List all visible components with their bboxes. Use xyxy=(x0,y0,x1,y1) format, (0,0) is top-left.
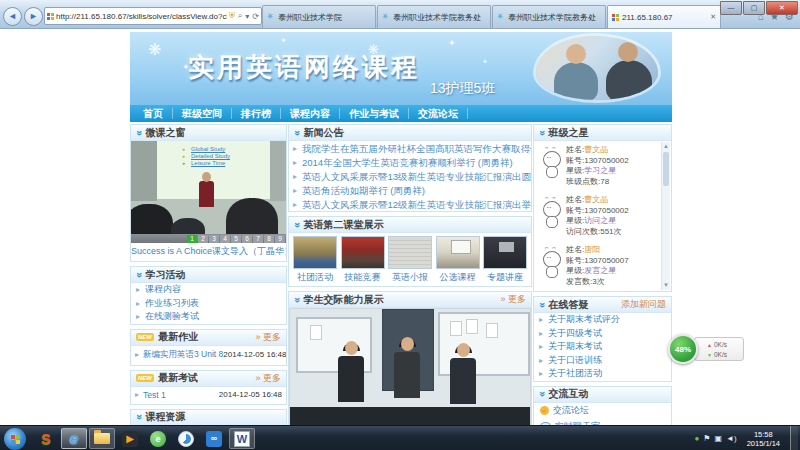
scroll-down-icon[interactable]: ▼ xyxy=(662,281,670,290)
thumb-skills-competition[interactable]: 技能竞赛 xyxy=(341,236,385,284)
clock[interactable]: 15:58 2015/1/14 xyxy=(741,430,786,448)
search-icon[interactable]: ⌕ xyxy=(238,11,242,21)
taskbar-explorer-icon[interactable] xyxy=(89,428,115,449)
site-banner: ❋ ✦ ✦ ❋ ✦ ✦ 实用英语网络课程 13护理5班 xyxy=(130,32,672,105)
page-number[interactable]: 5 xyxy=(231,235,241,243)
news-link[interactable]: 英语人文风采展示暨13级新生英语专业技能汇报演出圆满落幕 (周勇祥) xyxy=(289,169,531,183)
section-title: 在线答疑 xyxy=(549,298,589,312)
dropdown-icon[interactable]: ▾ xyxy=(245,12,249,21)
tray-360-icon[interactable]: ● xyxy=(694,434,699,443)
scroll-up-icon[interactable]: ▲ xyxy=(662,142,670,151)
action-center-flag-icon[interactable]: ⚑ xyxy=(703,434,710,443)
exam-link[interactable]: Test 1 xyxy=(143,390,166,400)
url-text[interactable]: http://211.65.180.67/skills/solver/class… xyxy=(56,12,227,21)
memory-ball[interactable]: 48% xyxy=(668,334,698,364)
student-name[interactable]: 唐阳 xyxy=(584,245,600,254)
news-link[interactable]: 我院学生在第五届外研社杯全国高职英语写作大赛取得佳绩 (周勇祥) xyxy=(289,141,531,155)
question-link[interactable]: 关于社团活动 xyxy=(534,367,671,381)
activity-link[interactable]: 在线测验考试 xyxy=(131,310,286,324)
browser-tab[interactable]: ✳ 泰州职业技术学院 xyxy=(262,5,376,28)
thumb-english-paper[interactable]: 英语小报 xyxy=(388,236,432,284)
section-interaction: » 交流互动 交流论坛 实时聊天室 xyxy=(533,386,672,426)
more-link[interactable]: » 更多 xyxy=(255,331,281,344)
add-question-link[interactable]: 添加新问题 xyxy=(621,298,666,311)
chevron-down-icon: » xyxy=(134,130,144,136)
taskbar-word-icon[interactable]: W xyxy=(229,428,255,449)
tab-label: 211.65.180.67 xyxy=(622,13,707,22)
tab-label: 泰州职业技术学院教务处 xyxy=(393,12,486,23)
news-link[interactable]: 2014年全国大学生英语竞赛初赛顺利举行 (周勇祥) xyxy=(289,155,531,169)
time: 15:58 xyxy=(747,430,780,439)
question-link[interactable]: 关于期末考试评分 xyxy=(534,313,671,327)
thumb-elective-course[interactable]: 公选课程 xyxy=(436,236,480,284)
activity-link[interactable]: 课程内容 xyxy=(131,283,286,297)
thumb-club-activities[interactable]: 社团活动 xyxy=(293,236,337,284)
volume-icon[interactable]: ◄) xyxy=(726,434,737,443)
section-latest-homework: NEW 最新作业 » 更多 新编实用英语3 Unit 8 2014-12-05 … xyxy=(130,329,287,366)
page-number[interactable]: 1 xyxy=(187,235,197,243)
scrollbar[interactable]: ▲ ▼ xyxy=(661,142,670,290)
page-number[interactable]: 9 xyxy=(275,235,285,243)
address-bar[interactable]: http://211.65.180.67/skills/solver/class… xyxy=(44,7,262,25)
video-caption[interactable]: Success is A Choice课文导入（丁晶华） xyxy=(131,243,286,261)
thumb-lecture[interactable]: 专题讲座 xyxy=(483,236,527,284)
forward-button[interactable]: ► xyxy=(24,7,43,26)
page-number[interactable]: 3 xyxy=(209,235,219,243)
page-number[interactable]: 6 xyxy=(242,235,252,243)
nav-item[interactable]: 班级空间 xyxy=(173,108,232,119)
browser-tab[interactable]: ✳ 泰州职业技术学院教务处 xyxy=(377,5,491,28)
maximize-button[interactable]: ▢ xyxy=(743,1,765,15)
star-entry: 姓名:曹文晶 账号:1307050002 星级:学习之星 班级点数:78 xyxy=(534,141,662,191)
page-number[interactable]: 4 xyxy=(220,235,230,243)
network-speed-panel: 0K/s 0K/s xyxy=(694,337,744,361)
taskbar-ie-icon[interactable]: e xyxy=(61,428,87,449)
homework-link[interactable]: 新编实用英语3 Unit 8 xyxy=(143,349,223,361)
nav-item[interactable]: 排行榜 xyxy=(232,108,281,119)
taskbar-sogou-icon[interactable]: S xyxy=(33,428,59,449)
page-number[interactable]: 7 xyxy=(253,235,263,243)
taskbar-pp-icon[interactable]: ∞ xyxy=(201,428,227,449)
student-name[interactable]: 曹文晶 xyxy=(584,195,608,204)
taskbar-media-player-icon[interactable]: ▶ xyxy=(117,428,143,449)
section-news: » 新闻公告 我院学生在第五届外研社杯全国高职英语写作大赛取得佳绩 (周勇祥)2… xyxy=(288,124,532,212)
activity-link[interactable]: 作业练习列表 xyxy=(131,297,286,311)
communication-photo[interactable] xyxy=(289,308,531,425)
news-link[interactable]: 英语人文风采展示暨12级新生英语专业技能汇报演出举行 (周勇祥) xyxy=(289,197,531,211)
question-link[interactable]: 关于期末考试 xyxy=(534,340,671,354)
student-figure xyxy=(450,345,476,404)
browser-tab[interactable]: ✳ 泰州职业技术学院教务处 xyxy=(492,5,606,28)
news-link[interactable]: 英语角活动如期举行 (周勇祥) xyxy=(289,183,531,197)
thumbnail-image xyxy=(293,236,337,269)
nav-item[interactable]: 首页 xyxy=(134,108,173,119)
chevron-down-icon: » xyxy=(537,391,547,397)
more-link[interactable]: » 更多 xyxy=(255,372,281,385)
nav-item[interactable]: 交流论坛 xyxy=(409,108,468,119)
question-link[interactable]: 关于四级考试 xyxy=(534,327,671,341)
tab-favicon-icon: ✳ xyxy=(382,13,390,21)
nav-item[interactable]: 课程内容 xyxy=(281,108,340,119)
start-button[interactable] xyxy=(4,428,26,450)
student-name[interactable]: 曹文晶 xyxy=(584,145,608,154)
micro-lecture-video[interactable]: Global Study Detailed Study Leisure Time xyxy=(131,141,286,234)
network-icon[interactable]: ▣ xyxy=(714,434,722,443)
close-tab-icon[interactable]: ✕ xyxy=(710,13,716,21)
browser-tab-active[interactable]: 211.65.180.67 ✕ xyxy=(607,5,721,28)
nav-item[interactable]: 作业与考试 xyxy=(340,108,409,119)
field-label: 星级: xyxy=(566,216,584,225)
minimize-button[interactable]: — xyxy=(720,1,742,15)
more-link[interactable]: » 更多 xyxy=(500,293,526,306)
slide-line: Detailed Study xyxy=(191,153,270,159)
forum-link[interactable]: 交流论坛 xyxy=(534,403,671,419)
taskbar-360-browser-icon[interactable]: e xyxy=(145,428,171,449)
star-entry: 姓名:曹文晶 账号:1307050002 星级:访问之星 访问次数:551次 xyxy=(534,191,662,241)
close-button[interactable]: ✕ xyxy=(766,1,798,15)
scroll-thumb[interactable] xyxy=(663,152,669,186)
taskbar-browser-icon[interactable] xyxy=(173,428,199,449)
refresh-icon[interactable]: ⟳ xyxy=(252,12,259,21)
back-button[interactable]: ◄ xyxy=(3,7,22,26)
page-number[interactable]: 8 xyxy=(264,235,274,243)
question-link[interactable]: 关于口语训练 xyxy=(534,354,671,368)
page-number[interactable]: 2 xyxy=(198,235,208,243)
show-desktop-button[interactable] xyxy=(790,426,798,450)
date: 2015/1/14 xyxy=(747,439,780,448)
